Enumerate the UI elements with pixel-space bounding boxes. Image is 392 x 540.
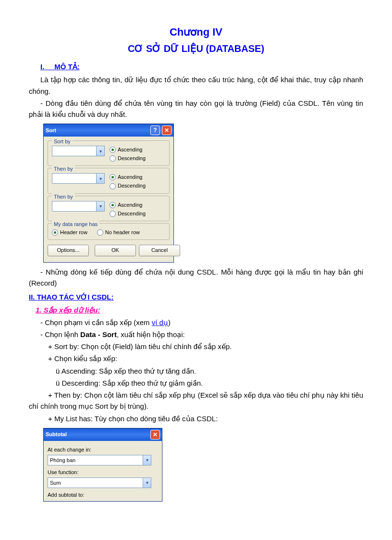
heading-mo-ta: I. MÔ TẢ:	[40, 61, 363, 72]
then-by-2-desc-radio[interactable]: Descending	[110, 210, 146, 218]
chevron-down-icon[interactable]: ▾	[143, 478, 151, 488]
radio-label: No header row	[105, 228, 140, 237]
subtotal-titlebar[interactable]: Subtotal ✕	[44, 428, 162, 441]
paragraph: ü Descerding: Sắp xếp theo thứ tự giảm g…	[29, 377, 363, 389]
combo-value	[52, 146, 96, 156]
sort-by-asc-radio[interactable]: Ascending	[110, 146, 146, 154]
use-function-label: Use function:	[48, 468, 158, 477]
chevron-down-icon[interactable]: ▾	[96, 174, 104, 183]
ok-button[interactable]: OK	[95, 245, 136, 256]
page-title: Chương IV	[29, 24, 363, 40]
text: )	[168, 318, 171, 327]
sort-by-legend: Sort by	[52, 138, 73, 146]
close-button[interactable]: ✕	[150, 430, 160, 440]
header-row-radio[interactable]: Header row	[52, 228, 87, 237]
command-text: Data - Sort	[80, 330, 117, 339]
add-subtotal-to-label: Add subtotal to:	[48, 491, 158, 499]
paragraph: + Sort by: Chọn cột (Field) làm tiêu chí…	[29, 341, 363, 352]
heading-sap-xep: 1. Sắp xếp dữ liệu:	[36, 304, 363, 315]
paragraph: ü Ascending: Sắp xếp theo thứ tự tăng dầ…	[29, 365, 363, 377]
combo-value	[52, 201, 96, 211]
then-by-1-asc-radio[interactable]: Ascending	[110, 173, 146, 181]
radio-label: Descending	[118, 210, 146, 218]
then-by-1-group: Then by ▾ Ascending Descending	[48, 168, 170, 193]
paragraph-with-command: - Chọn lệnh Data - Sort, xuất hiện hộp t…	[29, 329, 363, 340]
paragraph-with-link: - Chọn phạm vi cần sắp xếp (xem ví dụ)	[29, 317, 363, 328]
combo-value: Phòng ban	[48, 455, 143, 465]
paragraph: - Những dòng kế tiếp dùng để chứa nội du…	[29, 266, 363, 289]
paragraph: + Then by: Chọn cột làm tiêu chí sắp xếp…	[29, 389, 363, 412]
paragraph: + My List has: Tùy chọn cho dòng tiêu đề…	[29, 413, 363, 424]
example-link[interactable]: ví dụ	[152, 318, 168, 327]
radio-label: Header row	[60, 228, 87, 237]
then-by-2-asc-radio[interactable]: Ascending	[110, 201, 146, 209]
sort-by-desc-radio[interactable]: Descending	[110, 154, 146, 163]
my-data-range-group: My data range has Header row No header r…	[48, 223, 170, 240]
then-by-1-desc-radio[interactable]: Descending	[110, 182, 146, 190]
paragraph: - Dòng đầu tiên dùng để chứa tên vùng ti…	[29, 98, 363, 120]
help-button[interactable]: ?	[150, 126, 160, 135]
sort-title-text: Sort	[46, 126, 56, 135]
chevron-down-icon[interactable]: ▾	[143, 455, 151, 465]
subtotal-dialog: Subtotal ✕ At each change in: Phòng ban …	[43, 428, 162, 502]
sort-by-field-combo[interactable]: ▾	[52, 146, 105, 156]
then-by-2-group: Then by ▾ Ascending Descending	[48, 196, 170, 221]
radio-label: Ascending	[118, 146, 142, 154]
radio-label: Ascending	[118, 201, 142, 209]
use-function-combo[interactable]: Sum ▾	[48, 477, 151, 488]
combo-value	[52, 174, 96, 183]
options-button[interactable]: Options...	[48, 245, 89, 256]
text: - Chọn phạm vi cần sắp xếp (xem	[40, 318, 152, 327]
at-each-change-label: At each change in:	[48, 446, 158, 454]
cancel-button[interactable]: Cancel	[139, 245, 180, 256]
sort-titlebar[interactable]: Sort ? ✕	[44, 124, 173, 137]
my-data-range-legend: My data range has	[52, 220, 99, 228]
heading-mo-ta-num: I.	[40, 63, 44, 71]
combo-value: Sum	[48, 478, 143, 488]
paragraph: + Chọn kiểu sắp xếp:	[29, 353, 363, 364]
heading-mo-ta-text: MÔ TẢ:	[54, 63, 80, 71]
paragraph: Là tập hợp các thông tin, dữ liệu đực tổ…	[29, 74, 363, 97]
subtotal-title-text: Subtotal	[46, 430, 67, 439]
sort-by-group: Sort by ▾ Ascending Descending	[48, 140, 170, 166]
radio-label: Descending	[118, 182, 146, 190]
text: , xuất hiện hộp thoại:	[117, 330, 185, 339]
at-each-change-combo[interactable]: Phòng ban ▾	[48, 455, 151, 465]
then-by-2-field-combo[interactable]: ▾	[52, 201, 105, 212]
close-button[interactable]: ✕	[162, 126, 172, 135]
chevron-down-icon[interactable]: ▾	[96, 146, 104, 156]
radio-label: Ascending	[118, 173, 142, 181]
heading-thao-tac: II. THAO TÁC VỚI CSDL:	[29, 291, 363, 302]
then-by-1-field-combo[interactable]: ▾	[52, 173, 105, 184]
text: - Chọn lệnh	[40, 330, 80, 339]
sort-dialog: Sort ? ✕ Sort by ▾ Ascending Descending	[43, 124, 174, 262]
then-by-2-legend: Then by	[52, 193, 75, 201]
radio-label: Descending	[118, 154, 146, 163]
page-subtitle: CƠ SỞ DỮ LIỆU (DATABASE)	[29, 41, 363, 56]
chevron-down-icon[interactable]: ▾	[96, 201, 104, 211]
no-header-row-radio[interactable]: No header row	[97, 228, 140, 237]
then-by-1-legend: Then by	[52, 165, 75, 173]
